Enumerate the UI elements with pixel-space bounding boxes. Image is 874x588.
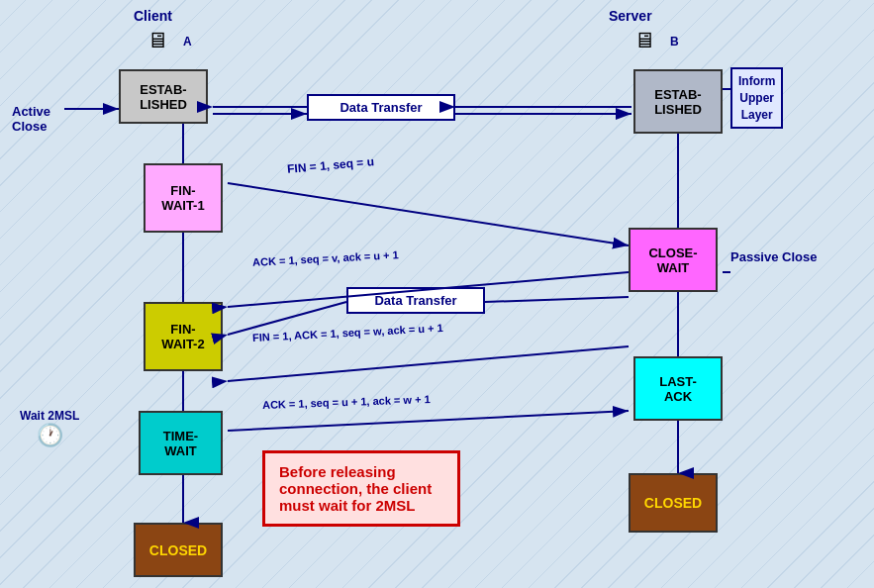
fin2-label: FIN = 1, ACK = 1, seq = w, ack = u + 1 bbox=[252, 322, 443, 343]
ack2-label: ACK = 1, seq = u + 1, ack = w + 1 bbox=[262, 393, 431, 411]
svg-line-17 bbox=[485, 297, 629, 302]
node-b-label: B bbox=[670, 35, 679, 49]
note-box: Before releasing connection, the client … bbox=[262, 450, 460, 527]
fin-wait-2-state: FIN- WAIT-2 bbox=[144, 302, 223, 371]
data-transfer-2-box: Data Transfer bbox=[346, 287, 485, 314]
established-client-state: ESTAB- LISHED bbox=[119, 69, 208, 124]
active-close-label: Active Close bbox=[12, 89, 50, 134]
server-computer-icon: 🖥 bbox=[633, 28, 655, 53]
time-wait-state: TIME- WAIT bbox=[139, 411, 223, 475]
close-wait-state: CLOSE- WAIT bbox=[629, 228, 718, 292]
svg-line-19 bbox=[228, 346, 629, 381]
ack1-label: ACK = 1, seq = v, ack = u + 1 bbox=[252, 248, 399, 268]
data-transfer-main-box: Data Transfer bbox=[307, 94, 455, 121]
svg-line-20 bbox=[228, 411, 629, 431]
client-label: Client bbox=[134, 8, 172, 24]
passive-close-label: Passive Close bbox=[730, 249, 817, 264]
fin-wait-1-state: FIN- WAIT-1 bbox=[144, 163, 223, 233]
node-a-label: A bbox=[183, 35, 192, 49]
fin1-label: FIN = 1, seq = u bbox=[287, 154, 375, 176]
wait-2msl-label: Wait 2MSL 🕐 bbox=[20, 409, 79, 448]
clock-icon: 🕐 bbox=[37, 423, 63, 447]
inform-upper-layer-box: Inform Upper Layer bbox=[730, 67, 783, 129]
established-server-state: ESTAB- LISHED bbox=[633, 69, 723, 134]
client-computer-icon: 🖥 bbox=[146, 28, 168, 53]
closed-client-state: CLOSED bbox=[134, 523, 223, 577]
last-ack-state: LAST- ACK bbox=[633, 356, 723, 421]
svg-line-15 bbox=[228, 183, 629, 245]
closed-server-state: CLOSED bbox=[629, 473, 718, 533]
server-label: Server bbox=[609, 8, 652, 24]
